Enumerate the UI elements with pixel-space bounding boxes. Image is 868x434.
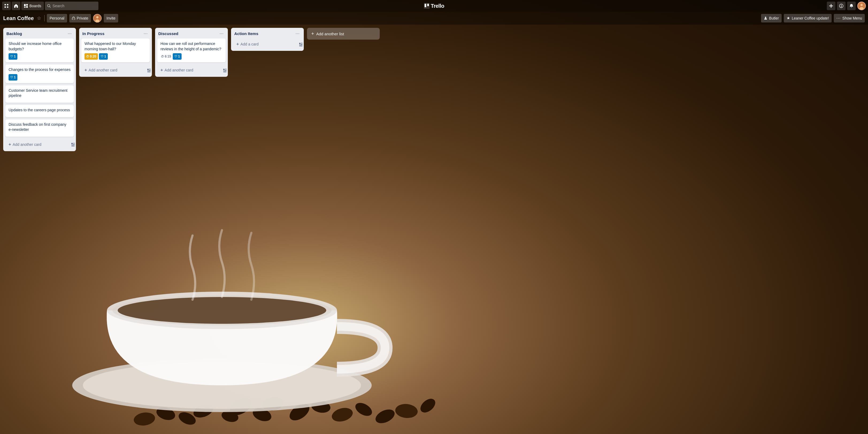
butler-label: Butler — [769, 16, 779, 20]
svg-rect-21 — [7, 4, 8, 5]
list-backlog: Backlog···Should we increase home office… — [3, 28, 76, 151]
add-card-button-backlog[interactable]: +Add another card — [5, 140, 68, 149]
list-title-discussed: Discussed — [158, 31, 218, 36]
time-count: 0:20 — [90, 55, 96, 58]
workspace-button[interactable]: Personal — [47, 14, 67, 23]
update-label: Leaner Coffee update! — [792, 16, 829, 20]
card[interactable]: Should we increase home office budgets?♡… — [5, 38, 74, 62]
svg-rect-51 — [147, 69, 149, 70]
home-button[interactable] — [12, 2, 20, 10]
card[interactable]: Customer Service team recruitment pipeli… — [5, 85, 74, 103]
vote-icon: ♡ — [10, 76, 13, 79]
create-button[interactable] — [827, 2, 835, 10]
card-title: How can we roll out performance reviews … — [160, 41, 222, 52]
svg-rect-52 — [149, 69, 151, 69]
search-bar[interactable] — [45, 2, 98, 10]
card-badges: ♡1 — [8, 53, 71, 60]
svg-point-45 — [765, 17, 766, 18]
svg-rect-64 — [299, 45, 303, 45]
svg-rect-57 — [225, 69, 226, 69]
plus-icon: + — [85, 68, 87, 73]
add-card-button-in-progress[interactable]: +Add another card — [81, 65, 144, 75]
svg-rect-59 — [223, 70, 226, 71]
card-title: Customer Service team recruitment pipeli… — [8, 88, 71, 98]
list-menu-button-backlog[interactable]: ··· — [67, 30, 73, 36]
list-menu-button-action-items[interactable]: ··· — [294, 30, 301, 36]
svg-rect-26 — [24, 7, 26, 8]
vote-icon: ♡ — [10, 55, 13, 58]
template-button-backlog[interactable] — [70, 142, 76, 148]
add-card-button-action-items[interactable]: +Add a card — [233, 39, 296, 49]
list-cards-discussed: How can we roll out performance reviews … — [155, 38, 228, 64]
grid-menu-button[interactable] — [2, 2, 11, 10]
svg-rect-60 — [223, 72, 226, 72]
invite-label: Invite — [106, 16, 115, 20]
show-menu-button[interactable]: ··· Show Menu — [834, 14, 865, 23]
card-badge: ♡1 — [8, 53, 18, 60]
card-badges: ♡1 — [8, 74, 71, 81]
time-plain-count: 6:15 — [165, 55, 171, 58]
plus-icon: + — [237, 42, 239, 47]
member-avatar[interactable] — [93, 14, 102, 23]
template-button-discussed[interactable] — [222, 67, 228, 74]
visibility-label: Private — [77, 16, 89, 20]
topbar: Boards Trello — [0, 0, 868, 12]
vote-icon: ♡ — [174, 55, 177, 58]
vote-count: 1 — [14, 76, 16, 79]
visibility-button[interactable]: Private — [69, 14, 91, 23]
card-badge: ⏱0:20 — [85, 53, 98, 60]
card-badges: ⏱0:20♡1 — [85, 53, 147, 60]
vote-icon: ♡ — [100, 55, 103, 58]
list-menu-button-in-progress[interactable]: ··· — [143, 30, 149, 36]
update-button[interactable]: Leaner Coffee update! — [784, 14, 832, 23]
list-cards-in-progress: What happened to our Monday morning town… — [79, 38, 152, 64]
list-title-in-progress: In Progress — [82, 31, 143, 36]
svg-rect-49 — [71, 145, 74, 145]
workspace-label: Personal — [50, 16, 64, 20]
svg-rect-32 — [427, 4, 429, 6]
add-list-button[interactable]: +Add another list — [307, 28, 380, 39]
card-badge: ♡1 — [8, 74, 18, 81]
card[interactable]: Discuss feedback on first company e-news… — [5, 119, 74, 137]
add-list-plus-icon: + — [311, 31, 314, 37]
template-button-action-items[interactable] — [298, 41, 304, 48]
svg-rect-23 — [7, 6, 8, 8]
trello-wordmark: Trello — [431, 3, 444, 9]
card-badge: ♡1 — [173, 53, 182, 60]
notifications-button[interactable] — [847, 2, 856, 10]
svg-point-37 — [841, 5, 841, 5]
add-card-label: Add another card — [164, 68, 193, 72]
vote-count: 1 — [178, 55, 180, 58]
search-input[interactable] — [53, 4, 93, 8]
user-avatar[interactable] — [857, 2, 866, 10]
list-footer-action-items: +Add a card — [231, 38, 304, 51]
card-title: Should we increase home office budgets? — [8, 41, 71, 52]
card-badge: ♡1 — [99, 53, 108, 60]
butler-button[interactable]: Butler — [761, 14, 782, 23]
svg-rect-31 — [425, 4, 426, 7]
add-card-label: Add another card — [89, 68, 117, 72]
list-title-action-items: Action Items — [234, 31, 294, 36]
boards-label: Boards — [29, 4, 41, 8]
card[interactable]: Updates to the careers page process — [5, 105, 74, 117]
template-button-in-progress[interactable] — [146, 67, 152, 74]
board-title[interactable]: Lean Coffee — [3, 15, 34, 21]
svg-rect-58 — [225, 70, 226, 70]
star-button[interactable]: ☆ — [36, 14, 42, 22]
info-button[interactable] — [837, 2, 845, 10]
list-title-backlog: Backlog — [6, 31, 67, 36]
svg-rect-27 — [26, 6, 28, 8]
svg-point-39 — [861, 4, 863, 6]
svg-rect-48 — [73, 144, 74, 144]
list-menu-button-discussed[interactable]: ··· — [218, 30, 225, 36]
card[interactable]: What happened to our Monday morning town… — [81, 38, 150, 62]
invite-button[interactable]: Invite — [104, 14, 118, 23]
list-header-discussed: Discussed··· — [155, 28, 228, 38]
card[interactable]: How can we roll out performance reviews … — [157, 38, 226, 62]
boards-button[interactable]: Boards — [21, 2, 44, 10]
card[interactable]: Changes to the process for expenses♡1 — [5, 64, 74, 83]
svg-rect-41 — [72, 18, 75, 20]
add-card-button-discussed[interactable]: +Add another card — [157, 65, 220, 75]
card-title: Discuss feedback on first company e-news… — [8, 122, 71, 133]
svg-line-29 — [50, 7, 51, 8]
